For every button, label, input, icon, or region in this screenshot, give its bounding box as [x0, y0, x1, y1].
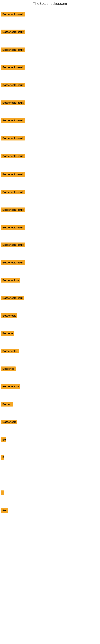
- bottleneck-badge-1: Bottleneck result: [1, 12, 25, 16]
- bottleneck-badge-18: Bottleneck: [1, 313, 17, 318]
- bottleneck-badge-3: Bottleneck result: [1, 48, 25, 52]
- bottleneck-badge-25: Bo: [1, 437, 6, 442]
- bottleneck-badge-26: B: [1, 455, 4, 460]
- bottleneck-badge-7: Bottleneck result: [1, 118, 25, 123]
- site-title: TheBottlenecker.com: [0, 0, 100, 7]
- bottleneck-badge-14: Bottleneck result: [1, 242, 25, 247]
- bottleneck-badge-22: Bottleneck re: [1, 384, 20, 389]
- bottleneck-badge-24: Bottleneck: [1, 420, 17, 424]
- bottleneck-badge-19: Bottlene: [1, 331, 14, 336]
- bottleneck-badge-20: Bottleneck r: [1, 349, 19, 354]
- bottleneck-badge-15: Bottleneck result: [1, 260, 25, 265]
- bottleneck-badge-4: Bottleneck result: [1, 65, 25, 70]
- bottleneck-badge-29: Bott: [1, 508, 8, 513]
- bottleneck-badge-12: Bottleneck result: [1, 208, 25, 212]
- bottleneck-badge-11: Bottleneck result: [1, 190, 25, 194]
- bottleneck-badge-16: Bottleneck re: [1, 278, 20, 282]
- main-container: TheBottlenecker.com: [0, 0, 100, 7]
- bottleneck-badge-13: Bottleneck result: [1, 225, 25, 230]
- bottleneck-badge-21: Bottlenec: [1, 366, 16, 371]
- bottleneck-badge-8: Bottleneck result: [1, 136, 25, 140]
- bottleneck-badge-6: Bottleneck result: [1, 100, 25, 105]
- bottleneck-badge-17: Bottleneck resul: [1, 296, 24, 300]
- bottleneck-badge-10: Bottleneck result: [1, 172, 25, 177]
- bottleneck-badge-2: Bottleneck result: [1, 30, 25, 34]
- bottleneck-badge-5: Bottleneck result: [1, 83, 25, 87]
- bottleneck-badge-23: Bottlen: [1, 402, 13, 406]
- bottleneck-badge-28: |: [1, 490, 4, 495]
- bottleneck-badge-9: Bottleneck result: [1, 154, 25, 158]
